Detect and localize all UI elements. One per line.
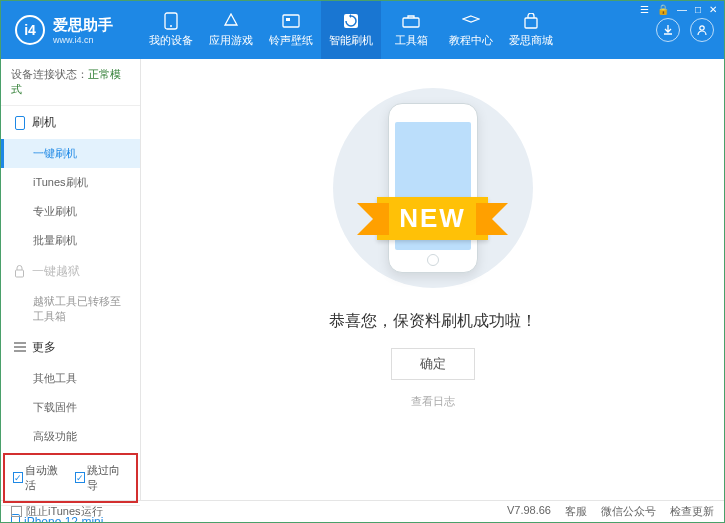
close-icon[interactable]: ✕ xyxy=(709,4,717,15)
version-label: V7.98.66 xyxy=(507,504,551,519)
checkbox-skip-guide[interactable]: ✓ 跳过向导 xyxy=(75,463,129,493)
svg-point-1 xyxy=(170,25,172,27)
top-nav: 我的设备 应用游戏 铃声壁纸 智能刷机 工具箱 教程中心 爱思商城 xyxy=(141,1,656,59)
logo: i4 爱思助手 www.i4.cn xyxy=(1,15,141,45)
success-message: 恭喜您，保资料刷机成功啦！ xyxy=(329,311,537,332)
wechat-link[interactable]: 微信公众号 xyxy=(601,504,656,519)
success-illustration: NEW xyxy=(303,83,563,293)
connection-status: 设备连接状态：正常模式 xyxy=(1,59,140,106)
phone-graphic xyxy=(388,103,478,273)
customer-service-link[interactable]: 客服 xyxy=(565,504,587,519)
download-button[interactable] xyxy=(656,18,680,42)
sidebar-item-advanced[interactable]: 高级功能 xyxy=(1,422,140,451)
store-icon xyxy=(521,13,541,29)
minimize-icon[interactable]: — xyxy=(677,4,687,15)
nav-tutorials[interactable]: 教程中心 xyxy=(441,1,501,59)
phone-icon xyxy=(161,13,181,29)
svg-rect-2 xyxy=(283,15,299,27)
checkbox-icon xyxy=(11,506,22,517)
check-update-link[interactable]: 检查更新 xyxy=(670,504,714,519)
svg-rect-8 xyxy=(15,116,24,129)
main-content: NEW 恭喜您，保资料刷机成功啦！ 确定 查看日志 xyxy=(141,59,724,500)
check-icon: ✓ xyxy=(75,472,85,483)
header: i4 爱思助手 www.i4.cn 我的设备 应用游戏 铃声壁纸 智能刷机 工具… xyxy=(1,1,724,59)
lock-icon[interactable]: 🔒 xyxy=(657,4,669,15)
sidebar-section-flash[interactable]: 刷机 xyxy=(1,106,140,139)
menu-icon[interactable]: ☰ xyxy=(640,4,649,15)
sidebar: 设备连接状态：正常模式 刷机 一键刷机 iTunes刷机 专业刷机 批量刷机 一… xyxy=(1,59,141,500)
maximize-icon[interactable]: □ xyxy=(695,4,701,15)
window-controls: ☰ 🔒 — □ ✕ xyxy=(640,4,717,15)
nav-my-device[interactable]: 我的设备 xyxy=(141,1,201,59)
lock-icon xyxy=(13,265,26,278)
sidebar-item-pro-flash[interactable]: 专业刷机 xyxy=(1,197,140,226)
view-log-link[interactable]: 查看日志 xyxy=(411,394,455,409)
header-actions xyxy=(656,18,724,42)
tutorial-icon xyxy=(461,13,481,29)
app-title: 爱思助手 xyxy=(53,16,113,35)
sidebar-item-batch-flash[interactable]: 批量刷机 xyxy=(1,226,140,255)
options-highlight-box: ✓ 自动激活 ✓ 跳过向导 xyxy=(3,453,138,503)
svg-rect-6 xyxy=(525,18,537,28)
svg-rect-5 xyxy=(403,18,419,27)
nav-smart-flash[interactable]: 智能刷机 xyxy=(321,1,381,59)
nav-store[interactable]: 爱思商城 xyxy=(501,1,561,59)
svg-rect-3 xyxy=(286,18,290,21)
sidebar-item-oneclick-flash[interactable]: 一键刷机 xyxy=(1,139,140,168)
toolbox-icon xyxy=(401,13,421,29)
apps-icon xyxy=(221,13,241,29)
jailbreak-note: 越狱工具已转移至工具箱 xyxy=(1,288,140,331)
checkbox-block-itunes[interactable]: 阻止iTunes运行 xyxy=(11,504,103,519)
phone-icon xyxy=(13,116,26,129)
sidebar-item-other-tools[interactable]: 其他工具 xyxy=(1,364,140,393)
svg-point-7 xyxy=(700,26,704,30)
svg-rect-9 xyxy=(16,270,24,277)
wallpaper-icon xyxy=(281,13,301,29)
sidebar-item-itunes-flash[interactable]: iTunes刷机 xyxy=(1,168,140,197)
more-icon xyxy=(13,341,26,354)
sidebar-section-more[interactable]: 更多 xyxy=(1,331,140,364)
nav-toolbox[interactable]: 工具箱 xyxy=(381,1,441,59)
flash-icon xyxy=(341,13,361,29)
logo-icon: i4 xyxy=(15,15,45,45)
nav-apps-games[interactable]: 应用游戏 xyxy=(201,1,261,59)
nav-ringtones[interactable]: 铃声壁纸 xyxy=(261,1,321,59)
new-ribbon: NEW xyxy=(377,197,488,240)
app-subtitle: www.i4.cn xyxy=(53,35,113,45)
sidebar-section-jailbreak: 一键越狱 xyxy=(1,255,140,288)
ok-button[interactable]: 确定 xyxy=(391,348,475,380)
check-icon: ✓ xyxy=(13,472,23,483)
sidebar-item-download-firmware[interactable]: 下载固件 xyxy=(1,393,140,422)
user-button[interactable] xyxy=(690,18,714,42)
checkbox-auto-activate[interactable]: ✓ 自动激活 xyxy=(13,463,67,493)
